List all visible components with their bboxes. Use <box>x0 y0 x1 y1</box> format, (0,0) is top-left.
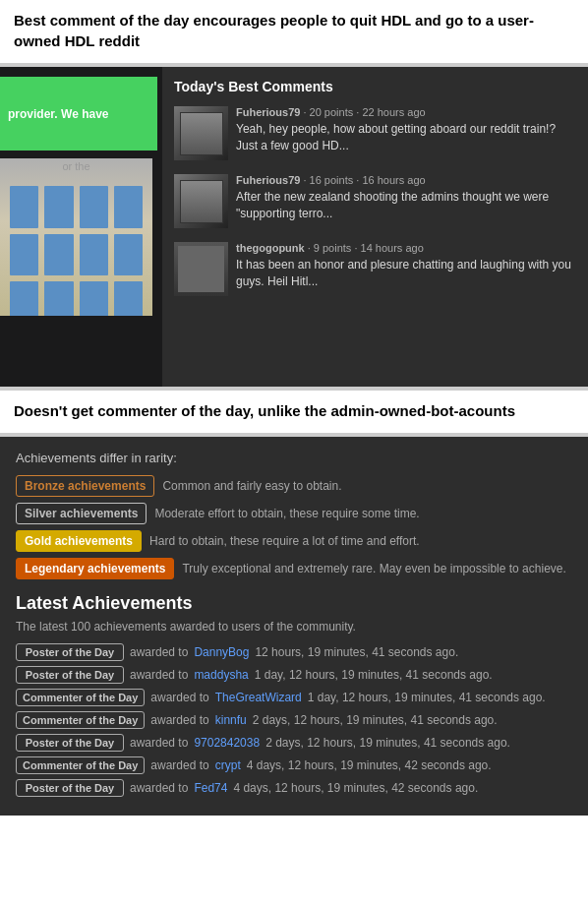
window <box>80 281 108 316</box>
comment-meta-3: thegogopunk · 9 points · 14 hours ago <box>236 242 576 254</box>
award-time: 1 day, 12 hours, 19 minutes, 41 seconds … <box>308 691 546 704</box>
award-time: 4 days, 12 hours, 19 minutes, 42 seconds… <box>247 758 492 772</box>
achievement-description: Common and fairly easy to obtain. <box>162 479 341 493</box>
award-time: 1 day, 12 hours, 19 minutes, 41 seconds … <box>255 668 493 682</box>
comment-content-1: Fuherious79 · 20 points · 22 hours ago Y… <box>236 106 576 160</box>
award-row: Poster of the Dayawarded to maddysha 1 d… <box>16 666 572 684</box>
comment-thumb-1 <box>174 106 228 160</box>
building-facade: or the <box>0 158 152 316</box>
window <box>10 234 38 276</box>
reddit-right-panel: Today's Best Comments Fuherious79 · 20 p… <box>162 67 588 387</box>
award-badge: Commenter of the Day <box>16 711 145 729</box>
window <box>10 281 38 316</box>
comment-content-3: thegogopunk · 9 points · 14 hours ago It… <box>236 242 576 296</box>
award-prefix: awarded to <box>150 691 208 704</box>
achievement-badge: Legendary achievements <box>16 558 174 579</box>
achievement-tiers: Bronze achievementsCommon and fairly eas… <box>16 475 572 579</box>
award-badge: Commenter of the Day <box>16 756 145 774</box>
achievements-differ-title: Achievements differ in rarity: <box>16 451 572 465</box>
award-rows: Poster of the Dayawarded to DannyBog 12 … <box>16 643 572 797</box>
comment-meta-1: Fuherious79 · 20 points · 22 hours ago <box>236 106 576 118</box>
reddit-left-panel: provider. We have or the <box>0 67 162 387</box>
award-time: 2 days, 12 hours, 19 minutes, 41 seconds… <box>253 713 498 727</box>
window <box>44 234 73 276</box>
achievement-badge: Bronze achievements <box>16 475 154 497</box>
green-box-text: provider. We have <box>8 107 109 121</box>
award-row: Commenter of the Dayawarded to kinnfu 2 … <box>16 711 572 729</box>
comment-points-1: · 20 points · 22 hours ago <box>303 106 425 118</box>
award-username[interactable]: DannyBog <box>194 645 249 659</box>
top-caption-section: Best comment of the day encourages peopl… <box>0 0 588 63</box>
latest-achievements-title: Latest Achievements <box>16 593 572 614</box>
award-badge: Poster of the Day <box>16 643 124 661</box>
award-badge: Commenter of the Day <box>16 689 145 706</box>
award-row: Poster of the Dayawarded to Fed74 4 days… <box>16 779 572 797</box>
achievement-badge: Silver achievements <box>16 503 147 524</box>
comment-username-2: Fuherious79 <box>236 174 300 186</box>
top-caption-text: Best comment of the day encourages peopl… <box>14 10 574 51</box>
award-username[interactable]: TheGreatWizard <box>215 691 302 704</box>
comment-text-1: Yeah, hey people, how about getting aboa… <box>236 121 576 154</box>
achievements-panel: Achievements differ in rarity: Bronze ac… <box>0 437 588 816</box>
award-time: 2 days, 12 hours, 19 minutes, 41 seconds… <box>265 736 510 750</box>
achievement-tier-row: Silver achievementsModerate effort to ob… <box>16 503 572 524</box>
comment-thumb-2 <box>174 174 228 228</box>
award-prefix: awarded to <box>150 758 208 772</box>
award-prefix: awarded to <box>130 645 188 659</box>
window <box>44 186 73 228</box>
window <box>114 281 143 316</box>
comment-points-3: · 9 points · 14 hours ago <box>308 242 424 254</box>
comment-meta-2: Fuherious79 · 16 points · 16 hours ago <box>236 174 576 186</box>
comment-item-3: thegogopunk · 9 points · 14 hours ago It… <box>174 242 576 296</box>
best-comments-title: Today's Best Comments <box>174 79 576 94</box>
building-text: or the <box>0 158 152 176</box>
award-badge: Poster of the Day <box>16 666 124 684</box>
comment-username-3: thegogopunk <box>236 242 305 254</box>
award-username[interactable]: 9702842038 <box>194 736 260 750</box>
achievement-description: Hard to obtain, these require a lot of t… <box>149 534 420 548</box>
comment-item-1: Fuherious79 · 20 points · 22 hours ago Y… <box>174 106 576 160</box>
achievement-description: Moderate effort to obtain, these require… <box>154 507 419 520</box>
award-badge: Poster of the Day <box>16 779 124 797</box>
middle-caption-section: Doesn't get commenter of the day, unlike… <box>0 391 588 433</box>
reddit-screenshot: provider. We have or the <box>0 67 588 387</box>
green-box: provider. We have <box>0 77 157 151</box>
achievement-description: Truly exceptional and extremely rare. Ma… <box>182 562 565 575</box>
award-badge: Poster of the Day <box>16 734 124 752</box>
award-username[interactable]: Fed74 <box>194 781 227 795</box>
window <box>80 186 108 228</box>
building-image: or the <box>0 158 152 316</box>
achievement-tier-row: Bronze achievementsCommon and fairly eas… <box>16 475 572 497</box>
window <box>114 234 143 276</box>
window <box>10 186 38 228</box>
award-username[interactable]: maddysha <box>194 668 248 682</box>
award-username[interactable]: crypt <box>215 758 241 772</box>
award-time: 4 days, 12 hours, 19 minutes, 42 seconds… <box>233 781 478 795</box>
comment-points-2: · 16 points · 16 hours ago <box>303 174 425 186</box>
window <box>114 186 143 228</box>
award-prefix: awarded to <box>130 736 188 750</box>
comment-item-2: Fuherious79 · 16 points · 16 hours ago A… <box>174 174 576 228</box>
award-row: Commenter of the Dayawarded to TheGreatW… <box>16 689 572 706</box>
award-time: 12 hours, 19 minutes, 41 seconds ago. <box>255 645 458 659</box>
building-windows <box>0 176 152 316</box>
achievement-tier-row: Gold achievementsHard to obtain, these r… <box>16 530 572 552</box>
comment-content-2: Fuherious79 · 16 points · 16 hours ago A… <box>236 174 576 228</box>
comment-text-3: It has been an honor and plesure chattin… <box>236 257 576 290</box>
window <box>80 234 108 276</box>
latest-achievements-subtitle: The latest 100 achievements awarded to u… <box>16 620 572 634</box>
award-row: Poster of the Dayawarded to 9702842038 2… <box>16 734 572 752</box>
achievement-badge: Gold achievements <box>16 530 142 552</box>
award-username[interactable]: kinnfu <box>215 713 247 727</box>
achievement-tier-row: Legendary achievementsTruly exceptional … <box>16 558 572 579</box>
comment-text-2: After the new zealand shooting the admin… <box>236 189 576 222</box>
award-row: Commenter of the Dayawarded to crypt 4 d… <box>16 756 572 774</box>
award-prefix: awarded to <box>130 668 188 682</box>
award-prefix: awarded to <box>150 713 208 727</box>
window <box>44 281 73 316</box>
comment-username-1: Fuherious79 <box>236 106 300 118</box>
middle-caption-text: Doesn't get commenter of the day, unlike… <box>14 400 574 421</box>
comment-thumb-3 <box>174 242 228 296</box>
award-row: Poster of the Dayawarded to DannyBog 12 … <box>16 643 572 661</box>
award-prefix: awarded to <box>130 781 188 795</box>
